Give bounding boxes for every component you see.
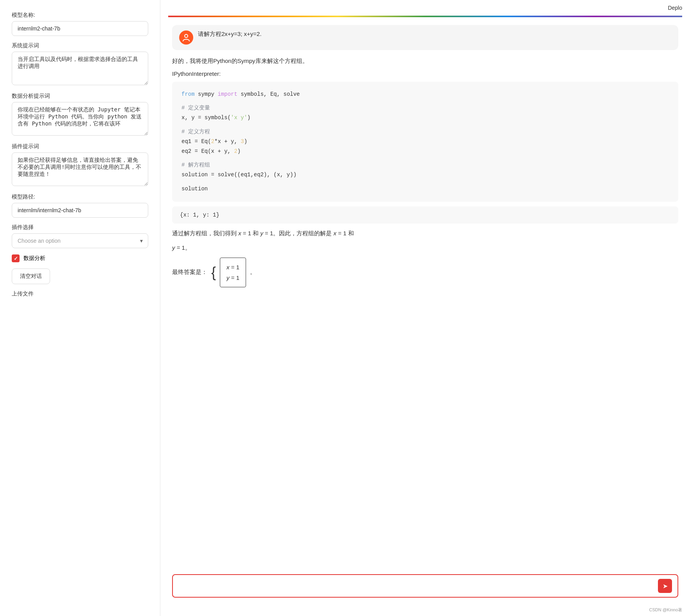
system-prompt-input[interactable]: 当开启工具以及代码时，根据需求选择合适的工具进行调用 <box>12 52 148 85</box>
chat-area: 请解方程2x+y=3; x+y=2. 好的，我将使用Python的Sympy库来… <box>160 17 690 569</box>
send-icon: ➤ <box>663 582 668 590</box>
system-prompt-label: 系统提示词 <box>12 42 148 49</box>
data-analysis-checkbox-label: 数据分析 <box>23 255 45 262</box>
user-message-text: 请解方程2x+y=3; x+y=2. <box>198 30 262 38</box>
response-intro-text: 好的，我将使用Python的Sympy库来解这个方程组。 <box>172 56 678 66</box>
plugin-select[interactable]: Choose an option <box>12 233 148 248</box>
model-name-field: 模型名称: <box>12 12 148 36</box>
final-answer-section: 最终答案是： { x = 1 y = 1 。 <box>172 258 678 287</box>
app-title: Deplo <box>668 5 682 11</box>
conclusion-text2: y = 1。 <box>172 243 678 253</box>
send-button[interactable]: ➤ <box>658 579 672 593</box>
model-name-input[interactable] <box>12 21 148 36</box>
sidebar: 模型名称: 系统提示词 当开启工具以及代码时，根据需求选择合适的工具进行调用 数… <box>0 0 160 616</box>
chat-input[interactable] <box>178 583 654 589</box>
final-answer-line1: x = 1 <box>226 262 239 272</box>
model-path-input[interactable] <box>12 203 148 218</box>
final-answer-box: x = 1 y = 1 <box>220 258 246 287</box>
code-line-3: eq1 = Eq(2*x + y, 3) <box>181 137 669 147</box>
left-brace-icon: { <box>211 265 216 279</box>
data-analysis-prompt-input[interactable]: 你现在已经能够在一个有状态的 Jupyter 笔记本环境中运行 Python 代… <box>12 102 148 136</box>
model-name-label: 模型名称: <box>12 12 148 19</box>
upload-label: 上传文件 <box>12 290 148 297</box>
code-comment-2: # 定义方程 <box>181 127 669 137</box>
plugin-select-field: 插件选择 Choose an option ▾ <box>12 224 148 248</box>
plugin-select-wrapper: Choose an option ▾ <box>12 233 148 248</box>
code-comment-3: # 解方程组 <box>181 160 669 170</box>
avatar <box>179 30 193 45</box>
plugin-prompt-field: 插件提示词 如果你已经获得足够信息，请直接给出答案，避免不必要的工具调用!同时注… <box>12 143 148 187</box>
code-line-4: eq2 = Eq(x + y, 2) <box>181 147 669 156</box>
svg-point-0 <box>185 34 188 38</box>
code-block: from sympy import symbols, Eq, solve # 定… <box>172 82 678 202</box>
interpreter-label: IPythonInterpreter: <box>172 70 678 77</box>
code-line-6: solution <box>181 184 669 194</box>
plugin-select-label: 插件选择 <box>12 224 148 231</box>
code-line-5: solution = solve((eq1,eq2), (x, y)) <box>181 170 669 180</box>
input-bar: ➤ <box>172 574 678 598</box>
code-line-1: from sympy import symbols, Eq, solve <box>181 90 669 99</box>
upload-section: 上传文件 <box>12 290 148 300</box>
final-answer-period: 。 <box>250 269 256 276</box>
code-comment-1: # 定义变量 <box>181 103 669 113</box>
model-path-label: 模型路径: <box>12 193 148 201</box>
system-prompt-field: 系统提示词 当开启工具以及代码时，根据需求选择合适的工具进行调用 <box>12 42 148 86</box>
main-content: Deplo 请解方程2x+y=3; x+y=2. 好的，我将使用Python的S… <box>160 0 690 616</box>
model-path-field: 模型路径: <box>12 193 148 218</box>
result-text: {x: 1, y: 1} <box>180 212 219 218</box>
assistant-response: 好的，我将使用Python的Sympy库来解这个方程组。 IPythonInte… <box>172 56 678 287</box>
code-line-2: x, y = symbols('x y') <box>181 113 669 123</box>
conclusion-text: 通过解方程组，我们得到 x = 1 和 y = 1。因此，方程组的解是 x = … <box>172 228 678 238</box>
data-analysis-checkbox-row: 数据分析 <box>12 254 148 262</box>
top-bar: Deplo <box>160 0 690 16</box>
plugin-prompt-input[interactable]: 如果你已经获得足够信息，请直接给出答案，避免不必要的工具调用!同时注意你可以使用… <box>12 152 148 186</box>
user-message: 请解方程2x+y=3; x+y=2. <box>172 25 678 50</box>
final-answer-label: 最终答案是： <box>172 269 207 276</box>
result-block: {x: 1, y: 1} <box>172 206 678 224</box>
attribution: CSDN @Kinno著 <box>160 605 690 616</box>
final-answer-line2: y = 1 <box>226 272 239 283</box>
plugin-prompt-label: 插件提示词 <box>12 143 148 150</box>
input-bar-wrapper: ➤ <box>160 569 690 605</box>
data-analysis-prompt-field: 数据分析提示词 你现在已经能够在一个有状态的 Jupyter 笔记本环境中运行 … <box>12 93 148 137</box>
data-analysis-prompt-label: 数据分析提示词 <box>12 93 148 100</box>
clear-conversation-button[interactable]: 清空对话 <box>12 269 50 284</box>
data-analysis-checkbox[interactable] <box>12 254 20 262</box>
